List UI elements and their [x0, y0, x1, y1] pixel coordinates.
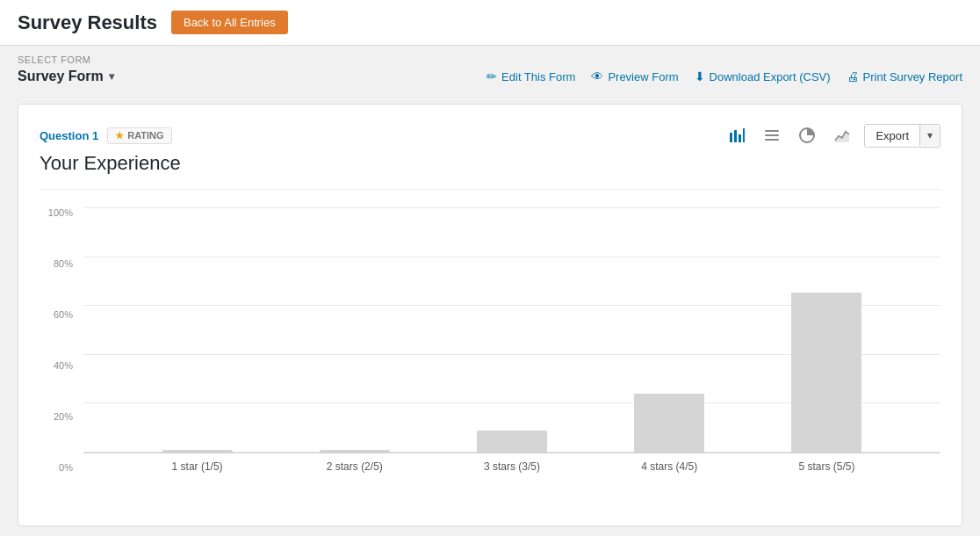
area-chart-button[interactable] — [829, 122, 855, 148]
preview-form-link[interactable]: 👁 Preview Form — [591, 69, 678, 83]
rating-badge-label: RATING — [127, 130, 163, 141]
main-content: Question 1 ★ RATING — [0, 90, 980, 536]
list-view-button[interactable] — [759, 122, 785, 148]
download-csv-link[interactable]: ⬇ Download Export (CSV) — [695, 69, 831, 83]
y-label-0: 0% — [40, 462, 78, 473]
divider — [40, 189, 940, 190]
page-title: Survey Results — [18, 11, 157, 34]
y-label-80: 80% — [40, 258, 78, 269]
download-icon: ⬇ — [695, 69, 705, 83]
export-dropdown[interactable]: Export ▾ — [864, 124, 940, 148]
bar — [162, 450, 233, 453]
print-survey-label: Print Survey Report — [863, 70, 962, 83]
y-label-40: 40% — [40, 360, 78, 371]
form-select-bar: SELECT FORM Survey Form ▾ ✏ Edit This Fo… — [0, 46, 980, 90]
print-survey-link[interactable]: 🖨 Print Survey Report — [847, 69, 962, 83]
y-label-60: 60% — [40, 309, 78, 320]
preview-form-label: Preview Form — [608, 70, 678, 83]
bar — [320, 450, 390, 453]
bar-chart-button[interactable] — [724, 122, 750, 148]
bar — [634, 394, 704, 453]
bar-group — [748, 293, 905, 453]
chevron-down-icon: ▾ — [109, 70, 114, 83]
chart-inner — [83, 207, 940, 453]
bar-group — [119, 450, 276, 453]
x-label: 3 stars (3/5) — [433, 460, 590, 473]
download-csv-label: Download Export (CSV) — [710, 70, 831, 83]
svg-rect-3 — [743, 128, 745, 142]
print-icon: 🖨 — [847, 69, 859, 83]
edit-icon: ✏ — [486, 69, 497, 83]
form-selector-label: Survey Form — [18, 69, 104, 84]
x-label: 5 stars (5/5) — [748, 460, 905, 473]
y-label-100: 100% — [40, 207, 78, 218]
form-selector-dropdown[interactable]: Survey Form ▾ — [18, 69, 114, 84]
rating-badge: ★ RATING — [107, 127, 171, 144]
question-number: Question 1 — [40, 129, 98, 142]
select-form-label: SELECT FORM — [18, 54, 962, 65]
star-icon: ★ — [115, 130, 124, 141]
svg-rect-1 — [734, 130, 737, 142]
chart-area: 0% 20% 40% 60% 80% 100% — [40, 207, 940, 499]
x-label: 2 stars (2/5) — [276, 460, 433, 473]
svg-rect-4 — [765, 130, 779, 132]
x-label: 4 stars (4/5) — [591, 460, 748, 473]
top-header: Survey Results Back to All Entries — [0, 0, 980, 46]
question-meta: Question 1 ★ RATING — [40, 127, 172, 144]
bars-container — [83, 207, 940, 453]
bar-group — [276, 450, 433, 453]
x-labels: 1 star (1/5)2 stars (2/5)3 stars (3/5)4 … — [83, 453, 940, 473]
export-arrow-icon: ▾ — [919, 125, 940, 146]
question-header: Question 1 ★ RATING — [40, 122, 940, 148]
eye-icon: 👁 — [591, 69, 603, 83]
edit-form-link[interactable]: ✏ Edit This Form — [486, 69, 575, 83]
y-label-20: 20% — [40, 411, 78, 422]
form-actions: ✏ Edit This Form 👁 Preview Form ⬇ Downlo… — [486, 69, 962, 83]
bar — [477, 431, 547, 453]
svg-rect-6 — [765, 139, 779, 141]
y-axis-labels: 0% 20% 40% 60% 80% 100% — [40, 207, 78, 473]
export-label: Export — [865, 125, 919, 147]
x-label: 1 star (1/5) — [119, 460, 276, 473]
svg-rect-0 — [730, 133, 732, 142]
bar-group — [591, 394, 748, 453]
bar — [791, 293, 861, 453]
svg-rect-2 — [739, 134, 741, 142]
form-select-row: Survey Form ▾ ✏ Edit This Form 👁 Preview… — [18, 69, 962, 84]
edit-form-label: Edit This Form — [501, 70, 575, 83]
back-to-all-entries-button[interactable]: Back to All Entries — [171, 11, 288, 34]
chart-controls: Export ▾ — [724, 122, 940, 148]
pie-chart-button[interactable] — [794, 122, 820, 148]
bar-group — [433, 431, 590, 453]
svg-rect-5 — [765, 134, 779, 136]
question-title: Your Experience — [40, 152, 940, 175]
question-card: Question 1 ★ RATING — [18, 104, 962, 526]
